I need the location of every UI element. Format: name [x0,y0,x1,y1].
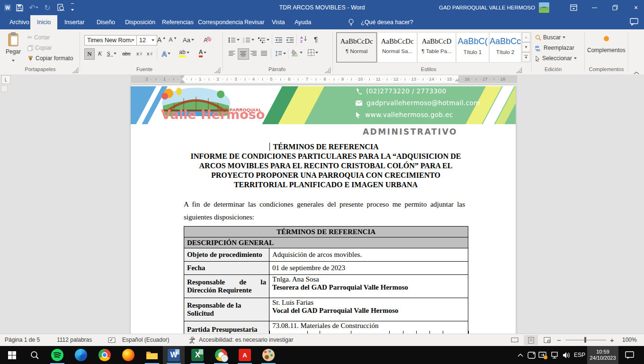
borders-button[interactable] [306,47,320,58]
styles-scroll-down[interactable]: ▼ [522,42,530,52]
print-layout-button[interactable] [524,335,538,345]
collapse-ribbon-icon[interactable] [634,68,640,73]
justify-button[interactable] [259,48,269,59]
align-right-button[interactable] [249,48,259,59]
cut-button[interactable]: ✂Cortar [27,34,50,41]
font-color-button[interactable]: A [195,47,210,58]
styles-dialog-launcher[interactable] [516,67,522,73]
qat-customize-icon[interactable] [69,2,76,13]
tray-display-sync-icon[interactable] [537,346,549,364]
taskbar-search-button[interactable] [24,346,45,364]
shading-button[interactable] [290,47,304,58]
taskbar-paint-app[interactable] [258,346,279,364]
zoom-slider-handle[interactable] [584,337,586,343]
zoom-out-button[interactable]: − [557,334,561,346]
ribbon-display-options-icon[interactable] [565,0,581,15]
change-case-button[interactable]: Aa [182,35,195,45]
undo-icon[interactable]: ↶ [27,2,40,13]
taskbar-acrobat[interactable]: A [234,346,256,364]
start-button[interactable] [1,346,23,364]
text-effects-button[interactable]: A [159,48,173,59]
sort-button[interactable]: AZ [298,34,310,44]
styles-more-button[interactable]: ▼ [522,52,530,62]
tab-stop-selector[interactable]: L [1,75,10,84]
find-button[interactable]: Buscar [535,34,565,41]
redo-icon[interactable]: ↻ [43,2,52,13]
grow-font-button[interactable]: A▲ [156,35,167,45]
document-title[interactable]: TÉRMINOS DE REFERENCIA INFORME DE CONDIC… [184,142,468,190]
zoom-in-button[interactable]: + [610,334,614,346]
intro-paragraph[interactable]: A fin de determinar las condiciones gene… [184,198,465,224]
paragraph-dialog-launcher[interactable] [325,67,331,73]
bullets-button[interactable] [227,35,241,45]
tray-volume-icon[interactable] [561,346,572,364]
tray-tablet-icon[interactable] [526,346,537,364]
replace-button[interactable]: abac Reemplazar [535,45,574,51]
increase-indent-button[interactable] [285,35,295,45]
page-indicator[interactable]: Página 1 de 5 [5,334,40,346]
taskbar-edge[interactable] [70,346,92,364]
tab-ayuda[interactable]: Ayuda [288,15,318,29]
tray-language[interactable]: ESP [572,346,587,364]
bold-button[interactable]: N [84,48,95,60]
left-indent-marker[interactable] [180,82,185,83]
align-center-button[interactable] [238,48,249,60]
font-size-combo[interactable]: 12 [136,35,157,46]
word-count[interactable]: 1112 palabras [57,334,92,346]
tray-expand-icon[interactable] [515,346,526,364]
style-no-spacing[interactable]: AaBbCcDc Normal Sa... [377,32,417,63]
styles-scroll-up[interactable]: ▲ [522,32,530,42]
superscript-button[interactable]: x2 [145,48,154,59]
tray-network-icon[interactable] [549,346,561,364]
taskbar-firefox[interactable] [117,346,139,364]
multilevel-list-button[interactable] [257,35,271,45]
tab-diseno[interactable]: Diseño [90,15,122,29]
account-avatar[interactable] [539,2,549,13]
font-name-combo[interactable]: Times New Roma [84,35,137,46]
pilcrow-button[interactable]: ¶ [312,34,320,44]
taskbar-file-explorer[interactable] [141,346,163,364]
underline-button[interactable]: S [105,48,118,59]
accessibility-status[interactable]: Accesibilidad: es necesario investigar [199,334,293,346]
horizontal-ruler[interactable]: 21123456789101112131415161718 [131,75,517,83]
select-button[interactable]: Seleccionar [535,55,577,62]
restore-button[interactable] [607,0,623,15]
read-mode-button[interactable] [508,335,522,345]
addins-button[interactable]: Complementos [587,33,625,54]
minimize-button[interactable] [586,0,602,15]
style-normal[interactable]: AaBbCcDc ¶ Normal [336,32,377,63]
save-icon[interactable] [14,2,25,13]
terms-table[interactable]: TÉRMINOS DE REFERENCIA DESCRIPCIÓN GENER… [184,226,468,334]
style-heading2[interactable]: AaBbCcD Título 2 [489,32,521,63]
taskbar-spotify[interactable] [46,346,68,364]
web-layout-button[interactable] [540,335,554,345]
shrink-font-button[interactable]: A▼ [168,35,178,45]
tab-insertar[interactable]: Insertar [58,15,91,29]
paste-button[interactable]: Pegar [4,32,23,64]
font-dialog-launcher[interactable] [215,67,220,73]
clipboard-dialog-launcher[interactable] [72,67,78,73]
format-painter-button[interactable]: Copiar formato [27,55,73,62]
tray-clock[interactable]: 10:59 24/10/2023 [587,346,618,364]
tab-inicio[interactable]: Inicio [30,15,57,29]
document-canvas[interactable]: Valle Hermoso GAD PARROQUIAL (02)2773220… [0,84,644,334]
subscript-button[interactable]: x2 [134,48,144,59]
line-spacing-button[interactable] [274,48,287,59]
comments-icon[interactable] [630,18,638,27]
copy-button[interactable]: Copiar [27,45,52,51]
decrease-indent-button[interactable] [274,35,284,45]
align-left-button[interactable] [227,48,237,59]
style-heading1[interactable]: AaBbC( Título 1 [456,32,489,63]
clear-formatting-button[interactable]: A [201,35,213,45]
first-line-indent-marker[interactable] [180,75,185,79]
strikethrough-button[interactable]: abc [120,48,133,59]
taskbar-word-active[interactable]: W [163,346,185,364]
numbering-button[interactable]: 123 [242,35,256,45]
italic-button[interactable]: K [96,48,104,59]
style-table-paragraph[interactable]: AaBbCcD ¶ Table Pa... [417,32,456,63]
tell-me-box[interactable]: ¿Qué desea hacer? [354,15,420,29]
taskbar-chrome[interactable] [94,346,116,364]
print-preview-icon[interactable] [55,2,66,13]
close-button[interactable]: × [628,0,644,15]
account-name[interactable]: GAD PARROQUIAL VALLE HERMOSO [439,0,535,15]
